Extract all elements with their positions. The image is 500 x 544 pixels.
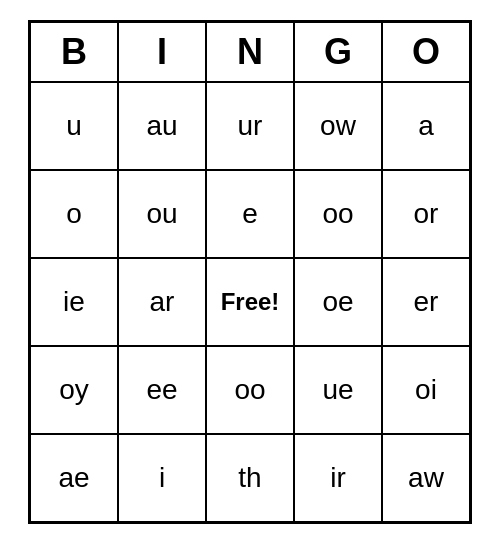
cell-1-2[interactable]: au	[118, 82, 206, 170]
cell-2-2[interactable]: ou	[118, 170, 206, 258]
row-1: u au ur ow a	[30, 82, 470, 170]
cell-3-2[interactable]: ar	[118, 258, 206, 346]
cell-2-1[interactable]: o	[30, 170, 118, 258]
cell-2-5[interactable]: or	[382, 170, 470, 258]
cell-2-4[interactable]: oo	[294, 170, 382, 258]
row-5: ae i th ir aw	[30, 434, 470, 522]
header-row: B I N G O	[30, 22, 470, 82]
cell-5-3[interactable]: th	[206, 434, 294, 522]
cell-3-3-free[interactable]: Free!	[206, 258, 294, 346]
cell-1-3[interactable]: ur	[206, 82, 294, 170]
bingo-card: B I N G O u au ur ow a	[28, 20, 472, 524]
cell-4-5[interactable]: oi	[382, 346, 470, 434]
row-4: oy ee oo ue oi	[30, 346, 470, 434]
header-g: G	[294, 22, 382, 82]
cell-4-2[interactable]: ee	[118, 346, 206, 434]
header-b: B	[30, 22, 118, 82]
cell-3-4[interactable]: oe	[294, 258, 382, 346]
header-o: O	[382, 22, 470, 82]
cell-4-4[interactable]: ue	[294, 346, 382, 434]
cell-5-2[interactable]: i	[118, 434, 206, 522]
cell-3-5[interactable]: er	[382, 258, 470, 346]
header-n: N	[206, 22, 294, 82]
header-i: I	[118, 22, 206, 82]
cell-4-3[interactable]: oo	[206, 346, 294, 434]
cell-1-5[interactable]: a	[382, 82, 470, 170]
cell-5-5[interactable]: aw	[382, 434, 470, 522]
cell-4-1[interactable]: oy	[30, 346, 118, 434]
row-3: ie ar Free! oe er	[30, 258, 470, 346]
cell-2-3[interactable]: e	[206, 170, 294, 258]
cell-3-1[interactable]: ie	[30, 258, 118, 346]
cell-5-4[interactable]: ir	[294, 434, 382, 522]
cell-1-1[interactable]: u	[30, 82, 118, 170]
cell-5-1[interactable]: ae	[30, 434, 118, 522]
row-2: o ou e oo or	[30, 170, 470, 258]
cell-1-4[interactable]: ow	[294, 82, 382, 170]
